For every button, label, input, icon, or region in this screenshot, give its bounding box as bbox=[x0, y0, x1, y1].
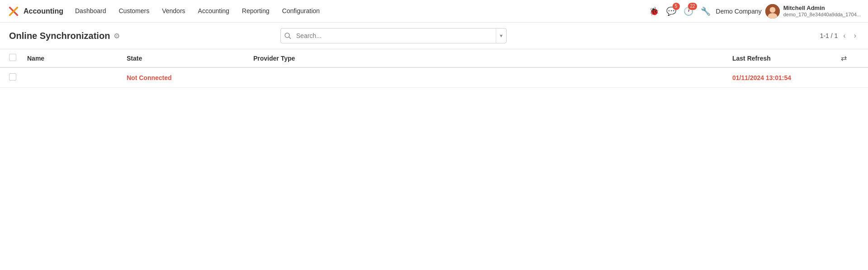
page-header: Online Synchronization ⚙ ▾ 1-1 / 1 ‹ › bbox=[0, 23, 868, 49]
navbar: Accounting Dashboard Customers Vendors A… bbox=[0, 0, 868, 23]
header-refresh-col: Last Refresh bbox=[732, 55, 841, 62]
search-bar: ▾ bbox=[280, 28, 507, 43]
settings-gear-icon[interactable]: ⚙ bbox=[114, 32, 120, 40]
nav-item-vendors[interactable]: Vendors bbox=[156, 0, 191, 23]
wrench-icon: 🔧 bbox=[701, 6, 711, 16]
app-brand-label: Accounting bbox=[24, 7, 63, 15]
navbar-right: 🐞 💬 5 🕐 22 🔧 Demo Company Mitchell Admin… bbox=[647, 4, 861, 19]
bug-icon-button[interactable]: 🐞 bbox=[647, 5, 661, 18]
company-selector[interactable]: Demo Company bbox=[716, 8, 762, 15]
clock-badge: 22 bbox=[688, 3, 697, 10]
nav-item-reporting[interactable]: Reporting bbox=[236, 0, 276, 23]
row-state: Not Connected bbox=[127, 74, 253, 81]
columns-toggle-icon[interactable]: ⇄ bbox=[841, 54, 847, 62]
row-checkbox-col bbox=[9, 73, 27, 82]
nav-item-configuration[interactable]: Configuration bbox=[276, 0, 326, 23]
row-checkbox[interactable] bbox=[9, 73, 16, 81]
nav-item-dashboard[interactable]: Dashboard bbox=[69, 0, 113, 23]
chat-icon-button[interactable]: 💬 5 bbox=[664, 5, 678, 18]
clock-icon-button[interactable]: 🕐 22 bbox=[682, 5, 695, 18]
user-avatar[interactable] bbox=[765, 4, 780, 19]
chat-badge: 5 bbox=[673, 3, 680, 10]
search-input[interactable] bbox=[294, 30, 496, 41]
sync-table: Name State Provider Type Last Refresh ⇄ … bbox=[0, 49, 868, 88]
company-name: Demo Company bbox=[716, 8, 762, 15]
search-dropdown-button[interactable]: ▾ bbox=[496, 28, 506, 43]
app-logo[interactable]: Accounting bbox=[7, 5, 63, 18]
table-header: Name State Provider Type Last Refresh ⇄ bbox=[0, 49, 868, 68]
search-icon bbox=[281, 33, 294, 39]
pagination-area: 1-1 / 1 ‹ › bbox=[820, 31, 859, 41]
svg-point-4 bbox=[769, 7, 775, 13]
header-name-col: Name bbox=[27, 55, 127, 62]
user-info[interactable]: Mitchell Admin demo_170_8e34d40a9dda_170… bbox=[783, 5, 861, 18]
user-sub-label: demo_170_8e34d40a9dda_1704... bbox=[783, 12, 861, 18]
select-all-checkbox[interactable] bbox=[9, 54, 16, 61]
pagination-prev-button[interactable]: ‹ bbox=[840, 31, 848, 41]
pagination-label: 1-1 / 1 bbox=[820, 32, 838, 39]
nav-item-accounting[interactable]: Accounting bbox=[192, 0, 236, 23]
table-row[interactable]: Not Connected 01/11/2024 13:01:54 bbox=[0, 68, 868, 88]
nav-item-customers[interactable]: Customers bbox=[113, 0, 156, 23]
bug-icon: 🐞 bbox=[649, 6, 659, 16]
user-name: Mitchell Admin bbox=[783, 5, 825, 12]
row-last-refresh: 01/11/2024 13:01:54 bbox=[732, 74, 841, 81]
svg-line-7 bbox=[289, 37, 291, 39]
header-provider-col: Provider Type bbox=[253, 55, 732, 62]
header-state-col: State bbox=[127, 55, 253, 62]
wrench-icon-button[interactable]: 🔧 bbox=[699, 5, 712, 18]
pagination-next-button[interactable]: › bbox=[851, 31, 859, 41]
main-nav: Dashboard Customers Vendors Accounting R… bbox=[69, 0, 645, 23]
header-checkbox-col bbox=[9, 54, 27, 62]
header-actions-col: ⇄ bbox=[841, 54, 859, 62]
page-title-area: Online Synchronization ⚙ bbox=[9, 31, 120, 41]
page-title: Online Synchronization bbox=[9, 31, 110, 41]
